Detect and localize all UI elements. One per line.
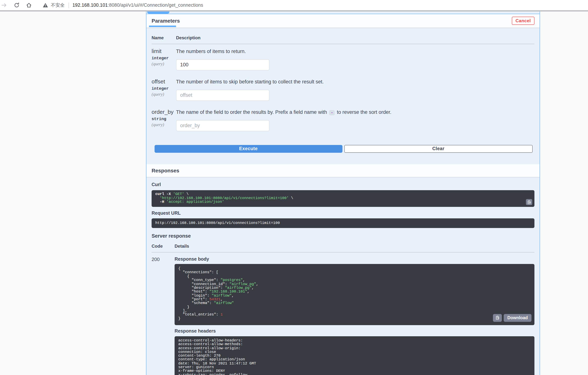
- responses-title: Responses: [152, 168, 179, 173]
- clipboard-icon: [527, 200, 531, 204]
- param-description: The number of items to skip before start…: [176, 79, 535, 85]
- param-location: (query): [152, 62, 176, 66]
- browser-toolbar: 不安全 192.168.100.101:8080/api/v1/ui/#/Con…: [0, 0, 588, 10]
- parameters-section-header: Parameters Cancel: [147, 14, 540, 28]
- security-warning-icon[interactable]: [42, 2, 49, 9]
- opblock-summary-edge: [147, 11, 540, 14]
- security-label: 不安全: [51, 2, 65, 8]
- address-separator: [68, 2, 69, 8]
- download-button[interactable]: Download: [504, 314, 532, 322]
- responses-section-header: Responses: [147, 164, 540, 177]
- clear-button[interactable]: Clear: [344, 145, 533, 153]
- response-headers-label: Response headers: [175, 325, 535, 336]
- limit-input[interactable]: [176, 59, 269, 70]
- page-background: Parameters Cancel Name Description limit…: [0, 11, 588, 375]
- server-response-row: 200 Response body { "connections": [ { "…: [152, 252, 535, 375]
- curl-label: Curl: [152, 177, 535, 190]
- param-type: string: [152, 117, 176, 121]
- forward-icon[interactable]: [1, 2, 7, 9]
- order-by-input[interactable]: [176, 120, 269, 131]
- opblock-get-connections: Parameters Cancel Name Description limit…: [146, 11, 540, 375]
- param-name-column-header: Name: [152, 35, 176, 40]
- get-method-badge-stub: [147, 11, 169, 14]
- request-url-label: Request URL: [152, 207, 535, 218]
- curl-copy-button[interactable]: [526, 199, 532, 205]
- curl-command-block: curl -X 'GET' \ 'http://192.168.100.101:…: [152, 190, 535, 207]
- param-type: integer: [152, 86, 176, 91]
- request-url-block: http://192.168.100.101:8080/api/v1/conne…: [152, 218, 535, 228]
- parameters-tab-underline: [149, 26, 176, 27]
- param-type: integer: [152, 56, 176, 60]
- home-icon[interactable]: [26, 2, 32, 9]
- response-code-header: Code: [152, 244, 175, 249]
- tab-parameters[interactable]: Parameters: [152, 18, 180, 24]
- response-body-copy-button[interactable]: [493, 314, 502, 322]
- execute-button[interactable]: Execute: [155, 145, 342, 153]
- param-location: (query): [152, 122, 176, 127]
- parameters-body: Name Description limit integer (query) T…: [147, 28, 540, 164]
- response-body-label: Response body: [175, 256, 535, 264]
- url-text[interactable]: 192.168.100.101:8080/api/v1/ui/#/Connect…: [73, 3, 203, 8]
- param-description: The numbers of items to return.: [176, 49, 535, 55]
- address-bar[interactable]: 不安全 192.168.100.101:8080/api/v1/ui/#/Con…: [42, 2, 203, 9]
- server-response-table-header: Code Details: [152, 239, 535, 252]
- responses-body: Curl curl -X 'GET' \ 'http://192.168.100…: [147, 177, 540, 375]
- param-name: offset: [152, 78, 176, 85]
- response-details-header: Details: [175, 244, 535, 249]
- offset-input[interactable]: [176, 90, 269, 101]
- param-name: limit: [152, 48, 176, 54]
- cancel-button[interactable]: Cancel: [512, 17, 535, 25]
- screen: 不安全 192.168.100.101:8080/api/v1/ui/#/Con…: [0, 0, 588, 375]
- param-description-column-header: Description: [176, 35, 535, 40]
- param-row-offset: offset integer (query) The number of ite…: [152, 75, 535, 105]
- server-response-label: Server response: [152, 228, 535, 239]
- status-code-200: 200: [152, 256, 175, 375]
- param-row-limit: limit integer (query) The numbers of ite…: [152, 44, 535, 75]
- param-row-order-by: order_by string (query) The name of the …: [152, 105, 535, 135]
- response-headers-block: access-control-allow-headers:access-cont…: [175, 336, 535, 375]
- inline-code-dash: -: [329, 110, 335, 115]
- refresh-icon[interactable]: [13, 2, 20, 9]
- url-host: 192.168.100.101: [73, 3, 108, 8]
- params-table-header: Name Description: [152, 28, 535, 44]
- url-path: :8080/api/v1/ui/#/Connection/get_connect…: [108, 3, 203, 8]
- param-description: The name of the field to order the resul…: [176, 109, 535, 116]
- param-location: (query): [152, 92, 176, 96]
- param-name: order_by: [152, 109, 176, 115]
- clipboard-icon: [495, 316, 500, 320]
- execute-row: Execute Clear: [155, 145, 533, 153]
- response-body-block: { "connections": [ { "conn_type": "postg…: [175, 264, 535, 325]
